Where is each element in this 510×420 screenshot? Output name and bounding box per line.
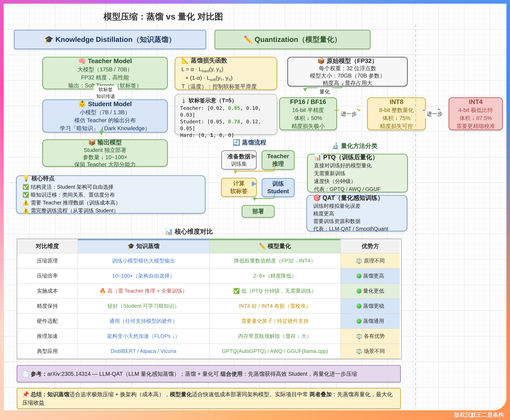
core-features-title: 核心特点 [31, 175, 55, 181]
reference-label: 参考： [31, 371, 47, 377]
row-dimension: 硬件适配 [17, 314, 78, 329]
row-kd-cell: 架构变小天然加速（FLOPs ↓） [78, 329, 209, 344]
flow-node-prepare-data: 准备数据 训练集 [221, 150, 257, 170]
soft-label-demo-box: 🌡️ 软标签示意（T=5） Teacher: [0.02, 0.85, 0.10… [175, 94, 277, 135]
feature-item: ⚠️需完整训练流程（从零训练 Student） [22, 207, 119, 215]
banner-knowledge-distillation: 🎓 Knowledge Distillation（知识蒸馏） [14, 30, 206, 49]
warning-icon: ⚠️ [22, 200, 29, 206]
soft-label-teacher-row: Teacher: [0.02, 0.85, 0.10, 0.03] [180, 105, 272, 118]
qat-box: 🎯 QAT（量化感知训练） 训练时模拟量化误差 精度更高 需要训练资源和数据 代… [307, 195, 407, 232]
row-quant-cell: 降低权重数值精度（FP32→INT4） [209, 253, 341, 269]
table-header-advantage: 优势方 [341, 239, 400, 253]
row-quant-cell: GPTQ(AutoGPTQ) / AWQ / GGUF(llama.cpp) [209, 344, 341, 359]
page-icon: 📄 [22, 371, 29, 377]
page-title: 模型压缩：蒸馏 vs 量化 对比图 [14, 11, 313, 22]
table-header-quantization: ✏️ 模型量化 [209, 239, 341, 253]
microscope-icon: 🔬 [332, 142, 339, 149]
ptq-line: 代表：GPTQ / AWQ / GGUF [314, 185, 381, 193]
student-line: 小模型（7B / 1.3B） [80, 108, 130, 116]
int8-line: 精度损失可控 [380, 122, 413, 130]
check-icon: ✅ [22, 192, 29, 198]
flow-node-train-student: 训练 Student [262, 178, 294, 197]
row-kd-cell: 通用（任何支持模型的硬件） [78, 314, 209, 329]
row-dimension: 压缩原理 [17, 253, 78, 269]
table-header-distillation: 🎓 知识蒸馏 [78, 239, 209, 253]
int4-line: 需要更精细校准 [456, 122, 495, 130]
green-circle-icon [357, 319, 361, 324]
output-model-box: 📦 输出模型 Student 独立部署 参数量 ↓ 10~100× 保留 Tea… [42, 139, 168, 167]
ptq-line: 直接对训练好的模型量化 [314, 162, 372, 170]
fp16-line: 16-bit 半精度 [292, 106, 324, 114]
row-quant-cell: INT8 好 / INT4 有损（需校准） [209, 299, 341, 314]
teacher-model-title: Teacher Model [88, 57, 132, 65]
bar-chart-icon: 📊 [165, 228, 173, 235]
target-icon: 🎯 [313, 194, 321, 201]
package-icon: 📦 [88, 139, 96, 146]
row-kd-cell: 训练小模型模仿大模型输出 [78, 253, 209, 269]
int4-line: 体积 ↓ 87.5% [459, 114, 492, 122]
edge-label-quantize: 量化 [317, 88, 332, 96]
fp16-box: FP16 / BF16 16-bit 半精度 体积 ↓ 50% 精度损失极小 [279, 97, 337, 130]
row-dimension: 实施成本 [17, 284, 78, 299]
diagram-stage: 模型压缩：蒸馏 vs 量化 对比图 🎓 Knowledge Distillati… [0, 0, 510, 420]
original-line: 每个权重：32 位浮点数 [319, 65, 376, 72]
pencil-icon: ✏️ [259, 243, 266, 249]
student-model-title: Student Model [88, 100, 132, 108]
qat-line: 精度更高 [313, 210, 334, 218]
triangle-ruler-icon: 📐 [181, 57, 189, 64]
row-dimension: 典型应用 [17, 344, 78, 359]
summary-strip: 📌 总结：知识蒸馏适合追求极致压缩 + 换架构（成本高），模型量化适合快速低成本… [17, 388, 401, 409]
distillation-flow-label: 🔄 蒸馏流程 [226, 138, 273, 147]
row-advantage-cell: ⚖️各有优势 [341, 329, 400, 344]
int8-line: 体积 ↓ 75% [382, 114, 410, 122]
teacher-line: FP32 精度，高性能 [81, 73, 129, 82]
table-header-dimension: 对比维度 [17, 239, 78, 253]
row-kd-cell: DistilBERT / Alpaca / Vicuna [78, 344, 209, 359]
feature-item: ✅暗知识迁移：类间关系、置信度分布 [22, 191, 115, 199]
teacher-model-box: 🧠 Teacher Model 大模型（175B / 70B） FP32 精度，… [42, 57, 168, 89]
int8-box: INT8 8-bit 整数量化 体积 ↓ 75% 精度损失可控 [367, 97, 426, 130]
loss-title: 蒸馏损失函数 [191, 57, 227, 64]
fp16-title: FP16 / BF16 [290, 98, 326, 106]
quant-methods-label: 🔬 量化方法分类 [328, 142, 382, 150]
original-line: 精度高，显存占用大 [323, 79, 372, 87]
thermometer-icon: 🌡️ [180, 97, 187, 103]
student-line: 学习「暗知识」（Dark Knowledge） [60, 124, 150, 132]
original-model-title: 原始模型（FP32） [327, 57, 378, 64]
output-line: 参数量 ↓ 10~100× [83, 154, 127, 161]
row-quant-cell: 内存带宽瓶颈解除（显存 ↓ 大） [209, 329, 341, 344]
loss-formula-line1: L = α · Lhard(y, yS) [181, 65, 223, 74]
ptq-line: 无需重新训练 [314, 170, 345, 177]
output-line: 保留 Teacher 大部分能力 [74, 161, 136, 168]
int4-title: INT4 [469, 98, 483, 106]
edge-label-further-1: 进一步 [339, 110, 359, 118]
flow-node-deploy: 部署 [242, 205, 275, 218]
balance-scale-icon: ⚖️ [356, 348, 362, 354]
banner-kd-label: Knowledge Distillation（知识蒸馏） [55, 35, 176, 43]
row-quant-cell: 需要量化算子 / 特定硬件支持 [209, 314, 341, 329]
row-advantage-cell: 量化更低 [341, 284, 400, 299]
graduation-cap-icon: 🎓 [127, 243, 135, 249]
student-model-box: 👶 Student Model 小模型（7B / 1.3B） 模仿 Teache… [42, 99, 168, 133]
row-advantage-cell: ⚖️场景不同 [341, 344, 400, 359]
warning-icon: ⚠️ [22, 208, 29, 213]
balance-scale-icon: ⚖️ [356, 333, 362, 339]
row-dimension: 压缩倍率 [17, 269, 78, 284]
banner-quantization: ✏️ Quantization（模型量化） [215, 30, 370, 49]
edge-label-soft-knowledge: 软标签 知识传递 [94, 86, 118, 100]
soft-label-hard-row: Hard: [0, 1, 0, 0] [180, 132, 234, 139]
row-quant-cell: ✅ 低（PTQ 分钟级，无需重训练） [209, 284, 341, 299]
teacher-line: 大模型（175B / 70B） [78, 65, 133, 73]
row-advantage-cell: 蒸馏更高 [341, 269, 400, 284]
lightbulb-icon: 💡 [22, 175, 30, 181]
green-circle-icon [357, 273, 361, 278]
refresh-icon: 🔄 [232, 139, 240, 146]
loss-formula-line2: + (1-α) · Lsoft(yT, yS) [181, 74, 232, 82]
row-kd-cell: 较好（Student 可学习暗知识） [78, 299, 209, 314]
baby-icon: 👶 [78, 100, 86, 108]
pushpin-icon: 📌 [22, 391, 29, 397]
comparison-table: 对比维度 🎓 知识蒸馏 ✏️ 模型量化 优势方 压缩原理 训练小模型模仿大模型输… [17, 239, 402, 359]
core-features-box: 💡 核心特点 ✅结构灵活：Student 架构可自由选择 ✅暗知识迁移：类间关系… [16, 175, 205, 214]
ptq-box: 📊 PTQ（训练后量化） 直接对训练好的模型量化 无需重新训练 速度快（分钟级）… [307, 154, 408, 192]
output-model-title: 输出模型 [98, 139, 122, 146]
